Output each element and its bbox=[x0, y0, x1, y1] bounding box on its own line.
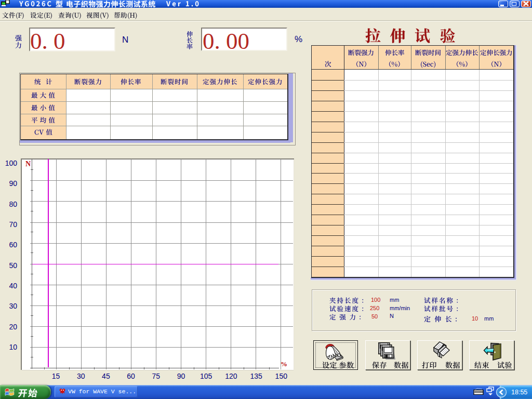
svg-text:105: 105 bbox=[200, 372, 212, 380]
svg-text:70: 70 bbox=[9, 220, 17, 229]
svg-text:100: 100 bbox=[5, 159, 18, 167]
svg-text:60: 60 bbox=[9, 241, 17, 249]
svg-text:150: 150 bbox=[275, 372, 288, 380]
svg-text:75: 75 bbox=[152, 372, 161, 380]
svg-text:135: 135 bbox=[250, 372, 262, 380]
svg-text:40: 40 bbox=[9, 282, 17, 290]
svg-text:20: 20 bbox=[9, 323, 17, 331]
svg-text:30: 30 bbox=[77, 372, 85, 380]
svg-text:15: 15 bbox=[52, 372, 60, 380]
svg-text:%: % bbox=[281, 360, 287, 368]
svg-text:80: 80 bbox=[9, 200, 17, 208]
svg-text:30: 30 bbox=[9, 302, 17, 310]
svg-text:60: 60 bbox=[127, 372, 135, 380]
svg-text:90: 90 bbox=[9, 179, 17, 188]
svg-text:50: 50 bbox=[9, 261, 17, 270]
svg-text:120: 120 bbox=[225, 372, 237, 380]
svg-text:N: N bbox=[25, 160, 31, 168]
svg-text:45: 45 bbox=[102, 372, 110, 380]
svg-text:90: 90 bbox=[177, 372, 185, 380]
svg-text:10: 10 bbox=[9, 343, 17, 351]
